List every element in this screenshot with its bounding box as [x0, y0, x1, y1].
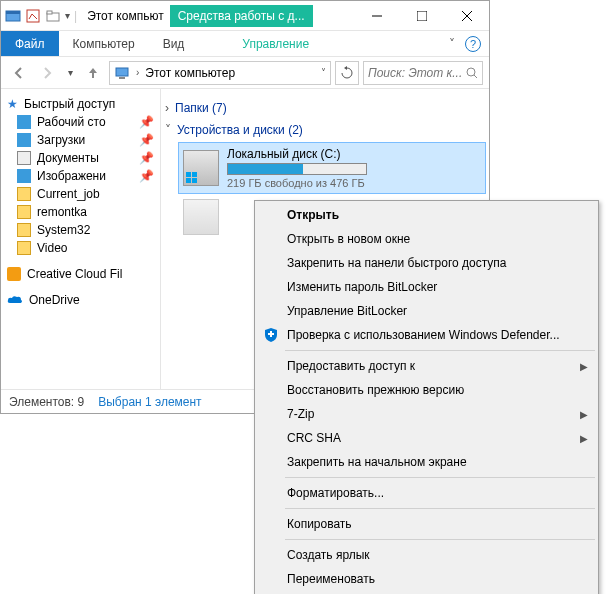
svg-rect-2 — [27, 10, 39, 22]
svg-point-11 — [467, 68, 475, 76]
star-icon: ★ — [7, 97, 18, 111]
status-selected: Выбран 1 элемент — [98, 395, 201, 409]
navitem-creative-cloud[interactable]: Creative Cloud Fil — [1, 265, 160, 283]
menu-bitlocker-manage[interactable]: Управление BitLocker — [257, 299, 596, 323]
quick-access-toolbar: ▾ | — [1, 8, 81, 24]
menu-pin-start[interactable]: Закрепить на начальном экране — [257, 450, 596, 474]
navitem-documents[interactable]: Документы 📌 — [1, 149, 160, 167]
forward-button[interactable] — [35, 61, 59, 85]
minimize-button[interactable] — [354, 1, 399, 31]
drive-c[interactable]: Локальный диск (C:) 219 ГБ свободно из 4… — [179, 143, 485, 193]
status-item-count: Элементов: 9 — [9, 395, 84, 409]
up-button[interactable] — [81, 61, 105, 85]
group-drives-label: Устройства и диски (2) — [177, 123, 303, 137]
menu-7zip[interactable]: 7-Zip▶ — [257, 402, 596, 426]
close-button[interactable] — [444, 1, 489, 31]
svg-rect-4 — [47, 11, 52, 14]
drive-free-text: 219 ГБ свободно из 476 ГБ — [227, 177, 367, 189]
pin-icon: 📌 — [139, 151, 154, 165]
navitem-system32[interactable]: System32 — [1, 221, 160, 239]
qat-dropdown-icon[interactable]: ▾ — [65, 10, 70, 21]
window-title: Этот компьют — [81, 9, 170, 23]
drive-icon — [183, 199, 219, 235]
tab-manage[interactable]: Управление — [228, 33, 323, 55]
menu-open-new-window[interactable]: Открыть в новом окне — [257, 227, 596, 251]
folder-icon — [17, 205, 31, 219]
ribbon-tabs: Файл Компьютер Вид Управление ˅ ? — [1, 31, 489, 57]
tab-view[interactable]: Вид — [149, 33, 199, 55]
new-folder-qat-icon[interactable] — [45, 8, 61, 24]
svg-rect-1 — [6, 11, 20, 14]
svg-rect-9 — [116, 68, 128, 76]
navitem-pictures[interactable]: Изображени 📌 — [1, 167, 160, 185]
breadcrumb-location[interactable]: Этот компьютер — [145, 66, 235, 80]
svg-rect-6 — [417, 11, 427, 21]
navitem-desktop[interactable]: Рабочий сто 📌 — [1, 113, 160, 131]
onedrive-icon — [7, 294, 23, 306]
search-icon — [466, 67, 478, 79]
pin-icon: 📌 — [139, 133, 154, 147]
chevron-down-icon: ˅ — [165, 123, 171, 137]
menu-create-shortcut[interactable]: Создать ярлык — [257, 543, 596, 567]
drive-name: Локальный диск (C:) — [227, 147, 367, 161]
downloads-icon — [17, 133, 31, 147]
desktop-icon — [17, 115, 31, 129]
contextual-tab-header: Средства работы с д... — [170, 5, 313, 27]
pin-icon: 📌 — [139, 115, 154, 129]
svg-line-12 — [474, 75, 477, 78]
breadcrumb-chevron-icon[interactable]: › — [136, 67, 139, 78]
refresh-button[interactable] — [335, 61, 359, 85]
help-icon[interactable]: ? — [465, 36, 481, 52]
thispc-icon — [114, 65, 130, 81]
quick-access-root[interactable]: ★ Быстрый доступ — [1, 95, 160, 113]
svg-rect-10 — [119, 77, 125, 79]
navigation-pane: ★ Быстрый доступ Рабочий сто 📌 Загрузки … — [1, 89, 161, 389]
tab-computer[interactable]: Компьютер — [59, 33, 149, 55]
menu-bitlocker-password[interactable]: Изменить пароль BitLocker — [257, 275, 596, 299]
submenu-arrow-icon: ▶ — [580, 361, 588, 372]
back-button[interactable] — [7, 61, 31, 85]
shield-icon — [263, 327, 279, 343]
address-bar[interactable]: › Этот компьютер ˅ — [109, 61, 331, 85]
navitem-onedrive[interactable]: OneDrive — [1, 291, 160, 309]
svg-rect-14 — [268, 333, 274, 335]
menu-defender-scan[interactable]: Проверка с использованием Windows Defend… — [257, 323, 596, 347]
pin-icon: 📌 — [139, 169, 154, 183]
navitem-currentjob[interactable]: Current_job — [1, 185, 160, 203]
quick-access-label: Быстрый доступ — [24, 97, 115, 111]
menu-crc-sha[interactable]: CRC SHA▶ — [257, 426, 596, 450]
group-folders-label: Папки (7) — [175, 101, 227, 115]
menu-share[interactable]: Предоставить доступ к▶ — [257, 354, 596, 378]
documents-icon — [17, 151, 31, 165]
menu-copy[interactable]: Копировать — [257, 512, 596, 536]
navitem-video[interactable]: Video — [1, 239, 160, 257]
menu-open[interactable]: Открыть — [257, 203, 596, 227]
context-menu: Открыть Открыть в новом окне Закрепить н… — [254, 200, 599, 594]
navigation-bar: ▾ › Этот компьютер ˅ — [1, 57, 489, 89]
file-tab[interactable]: Файл — [1, 31, 59, 56]
menu-format[interactable]: Форматировать... — [257, 481, 596, 505]
app-icon — [5, 8, 21, 24]
navitem-remontka[interactable]: remontka — [1, 203, 160, 221]
drive-usage-bar — [227, 163, 367, 175]
menu-rename[interactable]: Переименовать — [257, 567, 596, 591]
group-drives[interactable]: ˅ Устройства и диски (2) — [165, 119, 485, 141]
chevron-right-icon: › — [165, 101, 169, 115]
submenu-arrow-icon: ▶ — [580, 433, 588, 444]
navitem-downloads[interactable]: Загрузки 📌 — [1, 131, 160, 149]
history-dropdown-icon[interactable]: ▾ — [63, 61, 77, 85]
pictures-icon — [17, 169, 31, 183]
submenu-arrow-icon: ▶ — [580, 409, 588, 420]
menu-restore-version[interactable]: Восстановить прежнюю версию — [257, 378, 596, 402]
titlebar: ▾ | Этот компьют Средства работы с д... — [1, 1, 489, 31]
window-controls — [354, 1, 489, 31]
properties-qat-icon[interactable] — [25, 8, 41, 24]
menu-pin-quick-access[interactable]: Закрепить на панели быстрого доступа — [257, 251, 596, 275]
folder-icon — [17, 241, 31, 255]
group-folders[interactable]: › Папки (7) — [165, 97, 485, 119]
ribbon-expand-icon[interactable]: ˅ — [449, 37, 455, 51]
maximize-button[interactable] — [399, 1, 444, 31]
search-input[interactable] — [368, 66, 466, 80]
address-dropdown-icon[interactable]: ˅ — [321, 67, 326, 78]
search-box[interactable] — [363, 61, 483, 85]
